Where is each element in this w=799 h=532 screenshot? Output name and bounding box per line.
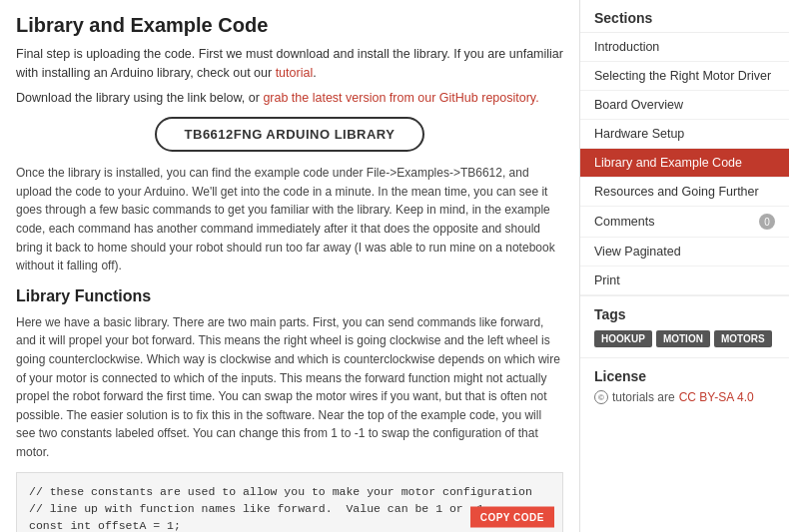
license-section: License © tutorials are CC BY-SA 4.0	[580, 357, 789, 414]
license-link[interactable]: CC BY-SA 4.0	[679, 390, 754, 404]
body-text-1: Once the library is installed, you can f…	[16, 164, 563, 275]
nav-item-label-6: Comments	[594, 215, 654, 229]
library-button-wrapper: TB6612FNG ARDUINO LIBRARY	[16, 117, 563, 152]
body-text-2: Here we have a basic library. There are …	[16, 313, 563, 462]
tag-hookup[interactable]: HOOKUP	[594, 330, 652, 347]
license-title: License	[594, 368, 775, 384]
library-functions-heading: Library Functions	[16, 287, 563, 305]
tag-motion[interactable]: MOTION	[656, 330, 710, 347]
tags-section: Tags HOOKUPMOTIONMOTORS	[580, 295, 789, 357]
tags-row: HOOKUPMOTIONMOTORS	[594, 330, 775, 347]
sidebar-nav-item-3[interactable]: Hardware Setup	[580, 120, 789, 149]
sidebar-nav-item-1[interactable]: Selecting the Right Motor Driver	[580, 62, 789, 91]
sidebar-nav-item-6[interactable]: Comments0	[580, 207, 789, 238]
copy-button-1[interactable]: COPY CODE	[470, 507, 554, 528]
tutorial-link[interactable]: tutorial	[276, 66, 314, 80]
page-title: Library and Example Code	[16, 14, 563, 37]
sidebar: Sections IntroductionSelecting the Right…	[579, 0, 789, 532]
download-paragraph: Download the library using the link belo…	[16, 89, 563, 108]
intro-paragraph: Final step is uploading the code. First …	[16, 45, 563, 83]
tag-motors[interactable]: MOTORS	[714, 330, 772, 347]
cc-circle-icon: ©	[594, 390, 608, 404]
sidebar-nav-list: IntroductionSelecting the Right Motor Dr…	[580, 33, 789, 295]
sidebar-nav-item-2[interactable]: Board Overview	[580, 91, 789, 120]
sidebar-nav-item-7[interactable]: View Paginated	[580, 238, 789, 266]
sidebar-nav-item-8[interactable]: Print	[580, 266, 789, 295]
main-content: Library and Example Code Final step is u…	[0, 0, 579, 532]
github-link[interactable]: grab the latest version from our GitHub …	[263, 91, 538, 105]
sidebar-nav-item-0[interactable]: Introduction	[580, 33, 789, 62]
sections-nav: Sections	[580, 0, 789, 33]
sections-title: Sections	[580, 0, 789, 33]
code-block-1-container: // these constants are used to allow you…	[16, 472, 563, 532]
library-download-button[interactable]: TB6612FNG ARDUINO LIBRARY	[155, 117, 425, 152]
license-text: © tutorials are CC BY-SA 4.0	[594, 390, 775, 404]
cc-icon: ©	[594, 390, 608, 404]
tags-title: Tags	[594, 306, 775, 322]
sidebar-nav-item-4[interactable]: Library and Example Code	[580, 149, 789, 178]
sidebar-nav-item-5[interactable]: Resources and Going Further	[580, 178, 789, 207]
comments-badge: 0	[759, 214, 775, 230]
